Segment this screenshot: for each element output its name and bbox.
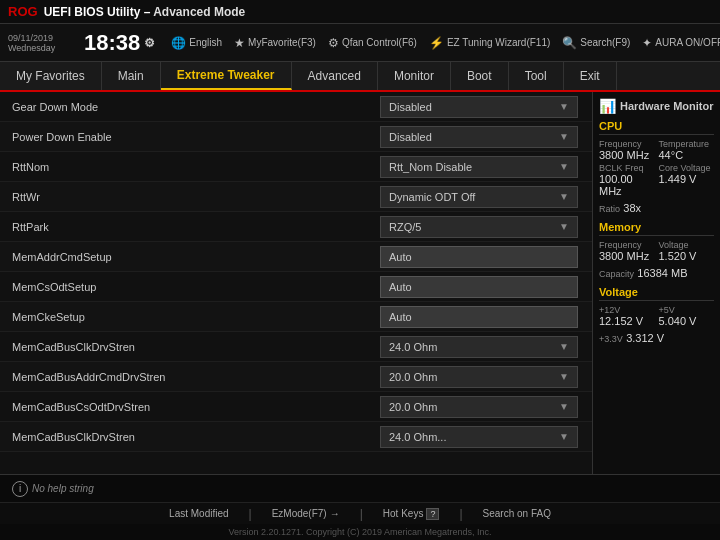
tab-tool[interactable]: Tool: [509, 62, 564, 90]
setting-gear-down-mode: Gear Down Mode Disabled ▼: [0, 92, 592, 122]
rttnom-select[interactable]: Rtt_Nom Disable ▼: [380, 156, 578, 178]
tab-advanced[interactable]: Advanced: [292, 62, 378, 90]
gear-down-mode-select[interactable]: Disabled ▼: [380, 96, 578, 118]
info-icon: i: [12, 481, 28, 497]
power-down-enable-label: Power Down Enable: [12, 131, 380, 143]
memcadbusclkdrvstren-value[interactable]: 24.0 Ohm ▼: [380, 336, 580, 358]
aura-icon: ✦: [642, 36, 652, 50]
rttpark-value[interactable]: RZQ/5 ▼: [380, 216, 580, 238]
memaddrcmdsetup-input[interactable]: Auto: [380, 246, 578, 268]
power-down-enable-select[interactable]: Disabled ▼: [380, 126, 578, 148]
language-button[interactable]: 🌐 English: [171, 36, 222, 50]
setting-memcadbuscsodtdrvstren: MemCadBusCsOdtDrvStren 20.0 Ohm ▼: [0, 392, 592, 422]
chevron-down-icon: ▼: [559, 161, 569, 172]
setting-memcadbusclkdrvstren2: MemCadBusClkDrvStren 24.0 Ohm... ▼: [0, 422, 592, 452]
aura-button[interactable]: ✦ AURA ON/OFF(F4): [642, 36, 720, 50]
cpu-core-voltage-label: Core Voltage: [659, 163, 715, 173]
mem-frequency: Frequency 3800 MHz: [599, 240, 655, 262]
cpu-section-title: CPU: [599, 120, 714, 135]
search-button[interactable]: 🔍 Search(F9): [562, 36, 630, 50]
memcadbusaddrcmddrvstren-select[interactable]: 20.0 Ohm ▼: [380, 366, 578, 388]
voltage-5v: +5V 5.040 V: [659, 305, 715, 327]
memcadbuscsodtdrvstren-value[interactable]: 20.0 Ohm ▼: [380, 396, 580, 418]
last-modified-button[interactable]: Last Modified: [169, 508, 228, 519]
divider-2: |: [360, 507, 363, 521]
rttpark-select[interactable]: RZQ/5 ▼: [380, 216, 578, 238]
setting-power-down-enable: Power Down Enable Disabled ▼: [0, 122, 592, 152]
rttwr-label: RttWr: [12, 191, 380, 203]
power-down-enable-value[interactable]: Disabled ▼: [380, 126, 580, 148]
gear-down-mode-value[interactable]: Disabled ▼: [380, 96, 580, 118]
fan-icon: ⚙: [328, 36, 339, 50]
memcadbusaddrcmddrvstren-value[interactable]: 20.0 Ohm ▼: [380, 366, 580, 388]
setting-rttnom: RttNom Rtt_Nom Disable ▼: [0, 152, 592, 182]
search-faq-button[interactable]: Search on FAQ: [483, 508, 551, 519]
voltage-33v-label: +3.3V: [599, 334, 623, 344]
rttwr-value[interactable]: Dynamic ODT Off ▼: [380, 186, 580, 208]
settings-icon[interactable]: ⚙: [144, 37, 155, 49]
divider-3: |: [459, 507, 462, 521]
tab-extreme-tweaker[interactable]: Extreme Tweaker: [161, 62, 292, 90]
header-title: UEFI BIOS Utility – Advanced Mode: [44, 5, 246, 19]
cpu-bclk-label: BCLK Freq: [599, 163, 655, 173]
memckesetup-input[interactable]: Auto: [380, 306, 578, 328]
time-display: 18:38 ⚙: [84, 32, 155, 54]
rttwr-select[interactable]: Dynamic ODT Off ▼: [380, 186, 578, 208]
chevron-down-icon: ▼: [559, 401, 569, 412]
memaddrcmdsetup-value[interactable]: Auto: [380, 246, 580, 268]
header-bar: ROG UEFI BIOS Utility – Advanced Mode: [0, 0, 720, 24]
myfavorite-label: MyFavorite(F3): [248, 37, 316, 48]
ezmode-button[interactable]: EzMode(F7) →: [272, 508, 340, 519]
setting-memcadbusaddrcmddrvstren: MemCadBusAddrCmdDrvStren 20.0 Ohm ▼: [0, 362, 592, 392]
memcadbusclkdrvstren-select[interactable]: 24.0 Ohm ▼: [380, 336, 578, 358]
mem-frequency-value: 3800 MHz: [599, 250, 655, 262]
tab-boot[interactable]: Boot: [451, 62, 509, 90]
memcsodtsetup-input[interactable]: Auto: [380, 276, 578, 298]
eztuning-button[interactable]: ⚡ EZ Tuning Wizard(F11): [429, 36, 550, 50]
content-area: Gear Down Mode Disabled ▼ Power Down Ena…: [0, 92, 720, 474]
mem-voltage-value: 1.520 V: [659, 250, 715, 262]
voltage-33v: +3.3V 3.312 V: [599, 331, 714, 345]
hotkeys-badge: ?: [426, 508, 439, 520]
voltage-5v-value: 5.040 V: [659, 315, 715, 327]
memcadbusclkdrvstren2-select[interactable]: 24.0 Ohm... ▼: [380, 426, 578, 448]
hotkeys-button[interactable]: Hot Keys ?: [383, 508, 440, 520]
memcadbusclkdrvstren-label: MemCadBusClkDrvStren: [12, 341, 380, 353]
help-bar: i No help string: [0, 474, 720, 502]
setting-memckesetup: MemCkeSetup Auto: [0, 302, 592, 332]
help-text: No help string: [32, 483, 94, 494]
setting-rttwr: RttWr Dynamic ODT Off ▼: [0, 182, 592, 212]
chevron-down-icon: ▼: [559, 101, 569, 112]
memcadbusclkdrvstren2-label: MemCadBusClkDrvStren: [12, 431, 380, 443]
cpu-temperature: Temperature 44°C: [659, 139, 715, 161]
tab-myfavorites[interactable]: My Favorites: [0, 62, 102, 90]
mem-voltage-label: Voltage: [659, 240, 715, 250]
memckesetup-value[interactable]: Auto: [380, 306, 580, 328]
memckesetup-label: MemCkeSetup: [12, 311, 380, 323]
rttnom-value[interactable]: Rtt_Nom Disable ▼: [380, 156, 580, 178]
memcadbusclkdrvstren2-value[interactable]: 24.0 Ohm... ▼: [380, 426, 580, 448]
copyright-bar: Version 2.20.1271. Copyright (C) 2019 Am…: [0, 524, 720, 540]
setting-memaddrcmdsetup: MemAddrCmdSetup Auto: [0, 242, 592, 272]
cpu-bclk: BCLK Freq 100.00 MHz: [599, 163, 655, 197]
memaddrcmdsetup-label: MemAddrCmdSetup: [12, 251, 380, 263]
cpu-bclk-value: 100.00 MHz: [599, 173, 655, 197]
memcsodtsetup-value[interactable]: Auto: [380, 276, 580, 298]
cpu-temperature-value: 44°C: [659, 149, 715, 161]
tab-monitor[interactable]: Monitor: [378, 62, 451, 90]
nav-tabs: My Favorites Main Extreme Tweaker Advanc…: [0, 62, 720, 92]
qfan-button[interactable]: ⚙ Qfan Control(F6): [328, 36, 417, 50]
cpu-ratio-value: 38x: [623, 202, 641, 214]
eztuning-label: EZ Tuning Wizard(F11): [447, 37, 550, 48]
rttnom-label: RttNom: [12, 161, 380, 173]
cpu-ratio: Ratio 38x: [599, 201, 714, 215]
tab-exit[interactable]: Exit: [564, 62, 617, 90]
tab-main[interactable]: Main: [102, 62, 161, 90]
memcadbuscsodtdrvstren-select[interactable]: 20.0 Ohm ▼: [380, 396, 578, 418]
chevron-down-icon: ▼: [559, 191, 569, 202]
mem-frequency-label: Frequency: [599, 240, 655, 250]
favorite-icon: ★: [234, 36, 245, 50]
mem-capacity-label: Capacity: [599, 269, 634, 279]
date-display: 09/11/2019: [8, 33, 68, 43]
myfavorite-button[interactable]: ★ MyFavorite(F3): [234, 36, 316, 50]
